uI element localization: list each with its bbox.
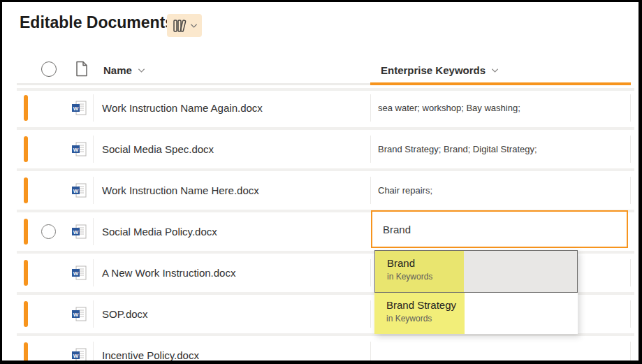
column-divider <box>630 94 631 122</box>
edited-indicator-bar <box>24 177 28 203</box>
column-header-enterprise-keywords[interactable]: Enterprise Keywords <box>381 64 499 76</box>
svg-text:W: W <box>73 105 79 112</box>
edited-indicator-bar <box>24 95 28 121</box>
row-separator <box>17 168 634 171</box>
column-divider <box>630 300 631 328</box>
file-name[interactable]: Social Media Spec.docx <box>102 133 214 166</box>
keyword-input[interactable] <box>371 210 628 248</box>
column-divider <box>630 342 631 364</box>
table-row[interactable]: W Incentive Policy.docx <box>2 339 639 364</box>
suggestion-item-brand-strategy[interactable]: Brand Strategy in Keywords <box>374 293 578 334</box>
edited-indicator-bar <box>24 301 28 327</box>
column-divider <box>370 94 371 122</box>
file-name[interactable]: SOP.docx <box>102 298 148 330</box>
column-divider <box>370 342 371 364</box>
column-divider <box>93 136 94 163</box>
word-file-icon: W <box>71 224 89 240</box>
column-header-name[interactable]: Name <box>103 64 145 76</box>
word-file-icon: W <box>71 347 89 364</box>
word-file-icon: W <box>71 141 89 158</box>
row-separator <box>17 127 634 130</box>
file-name[interactable]: Work Instruction Name Again.docx <box>102 92 263 124</box>
edited-indicator-bar <box>24 260 28 286</box>
row-separator <box>17 88 634 91</box>
word-file-icon: W <box>71 306 89 323</box>
edited-indicator-bar <box>24 219 28 245</box>
column-divider <box>370 300 371 328</box>
select-all-circle[interactable] <box>41 61 57 77</box>
keywords-cell[interactable]: Chair repairs; <box>378 174 432 207</box>
word-file-icon: W <box>71 100 89 117</box>
chevron-down-icon <box>491 68 499 73</box>
suggestion-item-brand[interactable]: Brand in Keywords <box>374 250 578 293</box>
svg-text:W: W <box>73 229 79 235</box>
column-header-name-label: Name <box>103 64 132 76</box>
suggestions-dropdown: Brand in Keywords Brand Strategy in Keyw… <box>374 250 578 334</box>
file-name[interactable]: Incentive Policy.docx <box>102 339 199 364</box>
suggestion-context: in Keywords <box>386 314 578 323</box>
view-selector-button[interactable] <box>167 14 202 37</box>
file-name[interactable]: Work Instruction Name Here.docx <box>102 174 259 207</box>
column-divider <box>370 177 371 204</box>
word-file-icon: W <box>71 182 89 199</box>
column-divider <box>93 300 94 328</box>
column-divider <box>630 177 631 204</box>
page-title: Editable Documents <box>20 13 174 32</box>
column-divider <box>93 218 94 245</box>
suggestion-context: in Keywords <box>387 272 577 282</box>
column-divider <box>370 259 371 286</box>
column-divider <box>93 177 94 204</box>
keywords-column-highlight-underline <box>370 82 631 85</box>
table-row[interactable]: W Work Instruction Name Again.docx sea w… <box>2 92 639 124</box>
edited-indicator-bar <box>24 136 28 162</box>
svg-text:W: W <box>73 270 79 277</box>
suggestion-label: Brand Strategy <box>386 299 578 311</box>
suggestion-label: Brand <box>387 257 577 269</box>
keywords-cell[interactable]: Brand Strategy; Brand; Digital Strategy; <box>378 133 537 166</box>
svg-text:W: W <box>73 312 79 318</box>
edited-indicator-bar <box>24 342 28 364</box>
svg-text:W: W <box>73 353 79 359</box>
chevron-down-icon <box>190 23 198 29</box>
column-divider <box>630 136 631 163</box>
file-type-column-icon <box>75 61 88 77</box>
document-library-view: Editable Documents Name Enterprise Keywo… <box>0 0 642 364</box>
table-row[interactable]: W Social Media Spec.docx Brand Strategy;… <box>2 133 639 166</box>
column-divider <box>93 259 94 286</box>
column-divider <box>93 94 94 122</box>
row-select-circle[interactable] <box>41 224 56 239</box>
file-name[interactable]: A New Work Instruction.docx <box>102 256 235 289</box>
svg-text:W: W <box>73 147 79 153</box>
table-row[interactable]: W Work Instruction Name Here.docx Chair … <box>2 174 639 207</box>
column-divider <box>630 259 631 286</box>
file-name[interactable]: Social Media Policy.docx <box>102 215 217 248</box>
header-divider <box>17 83 370 85</box>
chevron-down-icon <box>138 68 145 73</box>
library-view-icon <box>172 18 187 34</box>
column-divider <box>370 136 371 163</box>
column-header-keywords-label: Enterprise Keywords <box>381 64 486 76</box>
column-divider <box>93 342 94 364</box>
word-file-icon: W <box>71 265 89 282</box>
svg-text:W: W <box>73 188 79 194</box>
keywords-cell[interactable]: sea water; workshop; Bay washing; <box>378 92 520 124</box>
